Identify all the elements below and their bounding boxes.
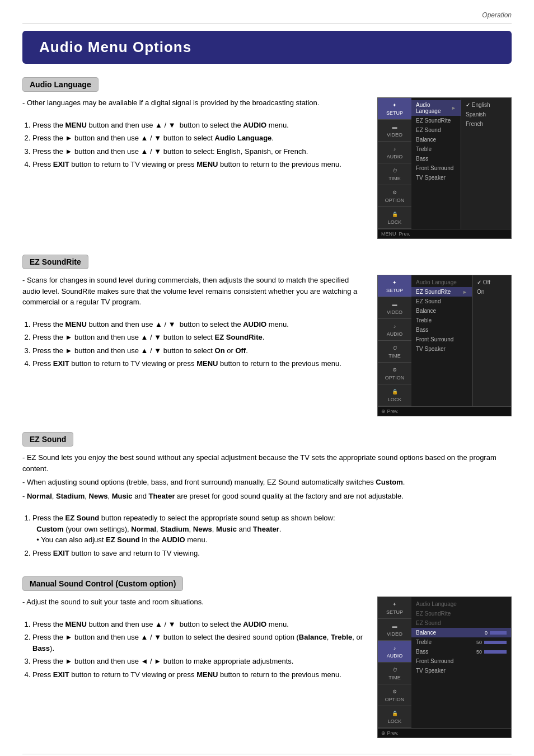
sidebar-audio-1: ♪ AUDIO xyxy=(378,142,411,163)
al-step1: Press the MENU button and then use ▲ / ▼… xyxy=(32,120,368,131)
sidebar-option-3: ⚙ OPTION xyxy=(378,684,411,706)
front-surround-label-2: Front Surround xyxy=(416,336,453,342)
balance-value: 0 xyxy=(485,630,488,636)
tv-sidebar-3: ✦ SETUP ▬ VIDEO ♪ AUDIO ⏱ TIME xyxy=(378,597,411,728)
tv-row-audio-lang-label: Audio Language xyxy=(416,102,451,114)
ms-bullet1: Adjust the sound to suit your taste and … xyxy=(22,597,368,608)
section-manual-sound: Manual Sound Control (Custom option) Adj… xyxy=(22,576,512,738)
front-surround-label-1: Front Surround xyxy=(416,165,453,171)
ez-sound-steps: Press the EZ Sound button repeatedly to … xyxy=(22,513,512,558)
ezsr-step3: Press the ► button and then use ▲ / ▼ bu… xyxy=(32,345,368,356)
tv-sidebar-1: ✦ SETUP ▬ VIDEO ♪ AUDIO ⏱ TIME xyxy=(378,98,411,229)
ez-sound-label-3: EZ Sound xyxy=(416,620,441,626)
ez-sound-label-2: EZ Sound xyxy=(416,298,441,304)
sidebar-video-3: ▬ VIDEO xyxy=(378,619,411,641)
balance-bar xyxy=(490,631,507,635)
sidebar-option-label-3: OPTION xyxy=(385,697,405,702)
tv-submenu-french: French xyxy=(461,119,511,129)
time-icon-1: ⏱ xyxy=(390,167,399,175)
ez-sound-bullet2: When adjusting sound options (treble, ba… xyxy=(22,477,512,488)
tv-row-ez-sound-1: EZ Sound xyxy=(411,125,461,135)
tv-submenu-english: English xyxy=(461,100,511,110)
tv-menu-2-inner: ✦ SETUP ▬ VIDEO ♪ AUDIO ⏱ TIME xyxy=(378,275,511,406)
option-icon-1: ⚙ xyxy=(390,189,399,196)
tv-row-balance-3: Balance 0 xyxy=(411,628,511,637)
page-title: Audio Menu Options xyxy=(39,39,495,56)
sidebar-option-2: ⚙ OPTION xyxy=(378,363,411,384)
sidebar-lock-label-3: LOCK xyxy=(388,719,402,724)
treble-label-1: Treble xyxy=(416,146,432,152)
tv-menu-3: ✦ SETUP ▬ VIDEO ♪ AUDIO ⏱ TIME xyxy=(377,597,512,738)
tv-speaker-label-1: TV Speaker xyxy=(416,175,446,181)
tv-main-menu-3: Audio Language EZ SoundRite EZ Sound Bal… xyxy=(411,597,511,728)
sidebar-option-1: ⚙ OPTION xyxy=(378,185,411,207)
tv-main-menu-2: Audio Language EZ SoundRite ► EZ Sound B… xyxy=(411,275,472,406)
manual-sound-steps: Press the MENU button and then use ▲ / ▼… xyxy=(22,619,368,680)
al-step3: Press the ► button and then use ▲ / ▼ bu… xyxy=(32,146,368,157)
tv-bottom-text-2: ⊕ Prev. xyxy=(381,408,399,414)
tv-submenu-2: Off On xyxy=(472,275,511,406)
tv-row-tv-speaker-1: TV Speaker xyxy=(411,173,461,182)
ezs-step2: Press EXIT button to save and return to … xyxy=(32,548,512,559)
tv-row-tv-speaker-2: TV Speaker xyxy=(411,344,472,354)
ezsr-step1: Press the MENU button and then use ▲ / ▼… xyxy=(32,319,368,330)
audio-icon-1: ♪ xyxy=(390,145,399,153)
video-icon-1: ▬ xyxy=(390,123,399,131)
tv-row-ez-soundrite-2: EZ SoundRite ► xyxy=(411,287,472,297)
tv-row-treble-3: Treble 50 xyxy=(411,637,511,647)
ez-soundrite-label-3: EZ SoundRite xyxy=(416,611,451,617)
ez-sound-bullets: EZ Sound lets you enjoy the best sound w… xyxy=(22,452,512,501)
sidebar-video-1: ▬ VIDEO xyxy=(378,120,411,142)
al-step4: Press EXIT button to return to TV viewin… xyxy=(32,159,368,170)
tv-submenu-on: On xyxy=(472,287,511,297)
tv-row-front-surround-2: Front Surround xyxy=(411,335,472,344)
bass-bar xyxy=(484,650,507,654)
ezs-step1: Press the EZ Sound button repeatedly to … xyxy=(32,513,512,546)
sidebar-audio-label-3: AUDIO xyxy=(387,653,403,659)
tv-bottom-bar-1: MENU Prev. xyxy=(378,229,511,238)
sidebar-video-2: ▬ VIDEO xyxy=(378,297,411,319)
tv-menu-1-inner: ✦ SETUP ▬ VIDEO ♪ AUDIO ⏱ TIME xyxy=(378,98,511,229)
audio-icon-2: ♪ xyxy=(390,322,399,330)
tv-row-audio-lang: Audio Language ► xyxy=(411,100,461,116)
tv-menu-2: ✦ SETUP ▬ VIDEO ♪ AUDIO ⏱ TIME xyxy=(377,275,512,416)
sidebar-audio-label-1: AUDIO xyxy=(387,154,403,159)
time-icon-2: ⏱ xyxy=(390,344,399,352)
sidebar-time-1: ⏱ TIME xyxy=(378,163,411,185)
tv-row-bass-2: Bass xyxy=(411,325,472,335)
audio-language-steps: Press the MENU button and then use ▲ / ▼… xyxy=(22,120,368,170)
tv-bottom-bar-2: ⊕ Prev. xyxy=(378,406,511,416)
page-title-box: Audio Menu Options xyxy=(22,31,512,64)
sidebar-audio-label-2: AUDIO xyxy=(387,331,403,337)
setup-icon-2: ✦ xyxy=(390,279,399,287)
section-text-ez-soundrite: Scans for changes in sound level during … xyxy=(22,275,368,416)
treble-value: 50 xyxy=(476,640,482,645)
sidebar-audio-3: ♪ AUDIO xyxy=(378,641,411,663)
balance-bar-container: 0 xyxy=(485,630,507,636)
tv-submenu-off: Off xyxy=(472,278,511,287)
sidebar-time-label-2: TIME xyxy=(388,353,401,359)
tv-speaker-label-2: TV Speaker xyxy=(416,346,446,352)
balance-label-3: Balance xyxy=(416,630,436,636)
footer-page: Owner's Manual 25 xyxy=(22,754,512,756)
setup-icon-1: ✦ xyxy=(390,101,399,109)
bass-label-2: Bass xyxy=(416,327,428,333)
sidebar-lock-3: 🔒 LOCK xyxy=(378,706,411,728)
sidebar-lock-2: 🔒 LOCK xyxy=(378,384,411,406)
tv-menu-3-inner: ✦ SETUP ▬ VIDEO ♪ AUDIO ⏱ TIME xyxy=(378,597,511,728)
sidebar-lock-label-2: LOCK xyxy=(388,397,402,402)
tv-row-balance-2: Balance xyxy=(411,306,472,316)
sidebar-setup-3: ✦ SETUP xyxy=(378,597,411,619)
ms-step3: Press the ► button and then use ◄ / ► bu… xyxy=(32,656,368,667)
balance-label-2: Balance xyxy=(416,308,436,314)
audio-language-bullets: Other languages may be available if a di… xyxy=(22,97,368,109)
ez-sound-label-1: EZ Sound xyxy=(416,127,441,133)
video-icon-3: ▬ xyxy=(390,622,399,630)
section-text-audio-language: Other languages may be available if a di… xyxy=(22,97,368,239)
video-icon-2: ▬ xyxy=(390,300,399,308)
section-content-audio-language: Other languages may be available if a di… xyxy=(22,97,512,239)
audio-lang-label-2: Audio Language xyxy=(416,279,457,285)
tv-row-ez-soundrite-3: EZ SoundRite xyxy=(411,609,511,618)
tv-row-ez-soundrite-1: EZ SoundRite xyxy=(411,116,461,125)
audio-icon-3: ♪ xyxy=(390,644,399,652)
